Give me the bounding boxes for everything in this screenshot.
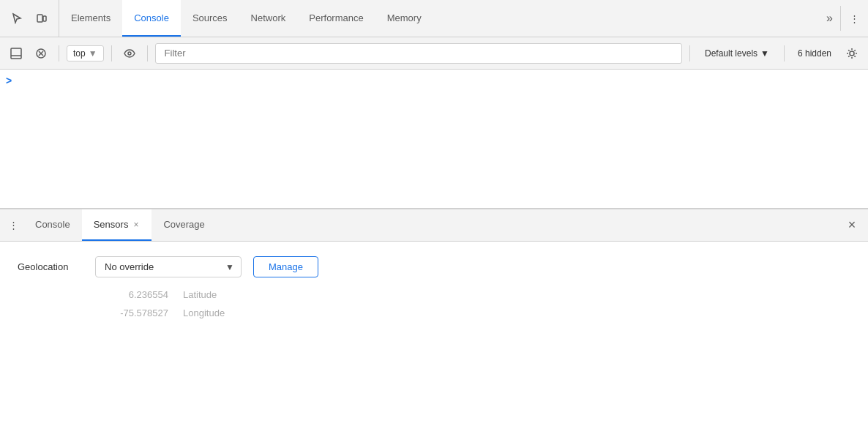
levels-chevron-icon: ▼ — [760, 48, 769, 59]
sensors-panel: Geolocation No override Berlin London Mo… — [0, 242, 868, 429]
coordinates-section: 6.236554 Latitude -75.578527 Longitude — [95, 289, 850, 318]
drawer-tab-console[interactable]: Console — [23, 209, 82, 241]
geolocation-select[interactable]: No override Berlin London Moscow Mumbai … — [95, 256, 242, 277]
prompt-chevron-icon: > — [6, 74, 12, 89]
latitude-value: 6.236554 — [95, 289, 168, 300]
sensors-tab-close-button[interactable]: × — [132, 218, 140, 231]
toolbar-divider-1 — [59, 45, 59, 61]
longitude-label: Longitude — [183, 307, 225, 318]
tab-performance[interactable]: Performance — [297, 0, 375, 37]
nav-icons-group — [0, 0, 59, 37]
svg-point-8 — [850, 51, 854, 56]
close-drawer-button[interactable]: × — [836, 209, 868, 241]
context-selector[interactable]: top ▼ — [67, 45, 104, 61]
geolocation-select-wrap: No override Berlin London Moscow Mumbai … — [95, 256, 242, 277]
eye-icon-button[interactable] — [119, 43, 140, 64]
devtools-menu-button[interactable]: ⋮ — [841, 0, 868, 37]
drawer-tab-coverage[interactable]: Coverage — [151, 209, 216, 241]
device-toolbar-button[interactable] — [31, 7, 53, 29]
drawer-tab-sensors[interactable]: Sensors × — [82, 209, 152, 241]
svg-rect-0 — [37, 15, 42, 22]
top-nav: Elements Console Sources Network Perform… — [0, 0, 868, 37]
show-console-drawer-button[interactable] — [6, 43, 26, 64]
tab-sources[interactable]: Sources — [181, 0, 239, 37]
drawer-more-button[interactable]: ⋮ — [3, 209, 23, 241]
longitude-row: -75.578527 Longitude — [95, 307, 850, 318]
geolocation-row: Geolocation No override Berlin London Mo… — [18, 256, 850, 277]
tab-memory[interactable]: Memory — [375, 0, 433, 37]
filter-area — [155, 43, 682, 64]
more-tabs-button[interactable]: » — [819, 0, 840, 37]
log-levels-button[interactable]: Default levels ▼ — [697, 46, 777, 61]
console-settings-button[interactable] — [842, 43, 862, 64]
toolbar-divider-4 — [689, 45, 690, 61]
console-prompt-row: > — [0, 70, 868, 93]
toolbar-divider-5 — [784, 45, 785, 61]
toolbar-divider-3 — [147, 45, 148, 61]
drawer-tabs-bar: ⋮ Console Sensors × Coverage × — [0, 209, 868, 242]
latitude-row: 6.236554 Latitude — [95, 289, 850, 300]
console-toolbar: top ▼ Default levels ▼ 6 hidden — [0, 37, 868, 70]
filter-input[interactable] — [159, 45, 678, 61]
manage-button[interactable]: Manage — [253, 256, 318, 277]
nav-tabs: Elements Console Sources Network Perform… — [59, 0, 819, 37]
hidden-count-badge: 6 hidden — [792, 48, 837, 59]
tab-network[interactable]: Network — [239, 0, 298, 37]
svg-point-7 — [128, 52, 131, 55]
console-main-area: > — [0, 70, 868, 209]
geolocation-label: Geolocation — [18, 261, 83, 272]
select-element-button[interactable] — [6, 7, 28, 29]
latitude-label: Latitude — [183, 289, 217, 300]
toolbar-divider-2 — [111, 45, 112, 61]
svg-rect-2 — [11, 48, 21, 59]
longitude-value: -75.578527 — [95, 307, 168, 318]
svg-rect-1 — [43, 16, 46, 21]
context-chevron-icon: ▼ — [89, 48, 97, 59]
bottom-drawer: ⋮ Console Sensors × Coverage × Geolocati… — [0, 209, 868, 429]
clear-console-button[interactable] — [31, 43, 51, 64]
tab-elements[interactable]: Elements — [59, 0, 122, 37]
tab-console[interactable]: Console — [122, 0, 181, 37]
